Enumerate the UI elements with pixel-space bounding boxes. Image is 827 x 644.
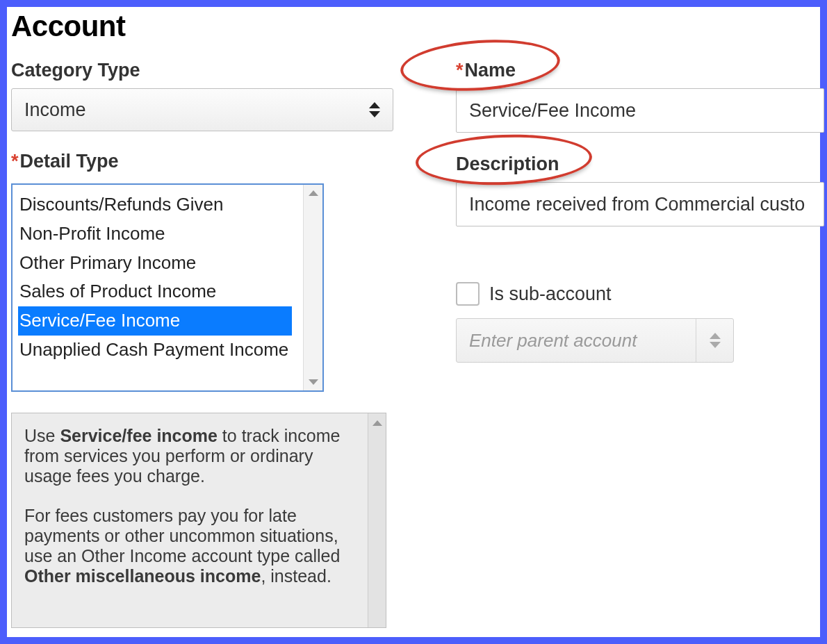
listbox-scrollbar[interactable]	[303, 185, 322, 390]
category-type-label: Category Type	[11, 60, 140, 81]
right-column: *Name Service/Fee Income Description Inc…	[456, 60, 824, 628]
info-text: , instead.	[261, 566, 331, 586]
info-text: For fees customers pay you for late paym…	[24, 506, 340, 565]
sub-account-label: Is sub-account	[489, 283, 612, 305]
updown-icon	[710, 333, 721, 348]
category-type-select[interactable]: Income	[11, 88, 393, 131]
parent-select-arrow-block	[696, 319, 733, 362]
list-item[interactable]: Unapplied Cash Payment Income	[13, 336, 322, 365]
info-bold: Service/fee income	[60, 426, 218, 445]
description-label: Description	[456, 154, 559, 175]
list-item-selected[interactable]: Service/Fee Income	[18, 306, 292, 336]
list-item[interactable]: Discounts/Refunds Given	[13, 190, 322, 220]
description-input[interactable]: Income received from Commercial custo	[456, 182, 824, 226]
detail-type-listbox[interactable]: Discounts/Refunds Given Non-Profit Incom…	[11, 183, 324, 392]
parent-account-placeholder: Enter parent account	[469, 330, 637, 352]
detail-type-info: Use Service/fee income to track income f…	[11, 413, 386, 628]
scroll-up-icon[interactable]	[372, 420, 382, 426]
page-title: Account	[11, 10, 820, 43]
parent-account-select[interactable]: Enter parent account	[456, 318, 734, 363]
list-item[interactable]: Sales of Product Income	[13, 277, 322, 306]
name-value: Service/Fee Income	[469, 100, 636, 122]
left-column: Category Type Income *Detail Type Discou…	[11, 60, 393, 628]
info-bold: Other miscellaneous income	[24, 566, 261, 586]
category-type-value: Income	[24, 99, 86, 121]
required-marker: *	[456, 60, 464, 81]
detail-type-items: Discounts/Refunds Given Non-Profit Incom…	[13, 185, 322, 365]
info-scrollbar[interactable]	[368, 413, 386, 627]
scroll-down-icon[interactable]	[309, 379, 318, 385]
info-text: Use	[24, 426, 60, 445]
scroll-up-icon[interactable]	[309, 190, 318, 196]
description-value: Income received from Commercial custo	[469, 194, 805, 215]
detail-type-label: *Detail Type	[11, 151, 119, 172]
app-frame: Account Category Type Income *Detail Typ…	[0, 0, 827, 644]
sub-account-checkbox[interactable]	[456, 282, 480, 306]
required-marker: *	[11, 151, 19, 172]
sub-account-row: Is sub-account	[456, 282, 824, 306]
updown-icon	[369, 102, 380, 117]
list-item[interactable]: Other Primary Income	[13, 249, 322, 278]
name-label: *Name	[456, 60, 516, 81]
name-input[interactable]: Service/Fee Income	[456, 88, 824, 133]
list-item[interactable]: Non-Profit Income	[13, 220, 322, 249]
